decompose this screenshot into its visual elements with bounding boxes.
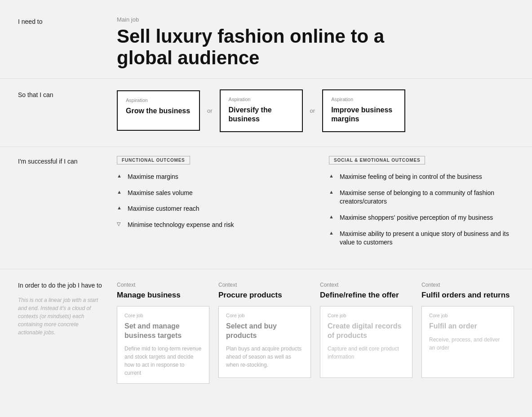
section-contexts: In order to do the job I have to This is… xyxy=(0,269,532,402)
contexts-content: Context Manage business Core job Set and… xyxy=(117,282,514,384)
context-title-3: Fulfil orders and returns xyxy=(421,291,514,300)
outcome-item-s0: ▲ Maximise feeling of being in control o… xyxy=(329,173,514,182)
page: I need to Main job Sell luxury fashion o… xyxy=(0,0,532,402)
aspiration-title-1: Diversify the business xyxy=(229,106,294,124)
core-job-desc-0: Define mid to long-term revenue and stoc… xyxy=(124,345,202,377)
in-order-label: In order to do the job I have to This is… xyxy=(18,282,117,337)
outcome-text-s2: Maximise shoppers' positive perception o… xyxy=(340,213,493,222)
aspiration-card-1[interactable]: Aspiration Diversify the business xyxy=(220,89,303,133)
context-label-1: Context xyxy=(218,282,311,288)
context-label-3: Context xyxy=(421,282,514,288)
context-col-2: Context Define/refine the offer Core job… xyxy=(320,282,412,384)
or-divider-2: or xyxy=(310,107,315,114)
outcome-icon-f0: ▲ xyxy=(117,173,123,178)
main-job-label: Main job xyxy=(117,16,514,23)
outcome-icon-s0: ▲ xyxy=(329,173,335,178)
so-that-label: So that I can xyxy=(18,89,117,98)
outcomes-content: FUNCTIONAL OUTCOMES ▲ Maximise margins ▲… xyxy=(117,156,514,254)
core-job-card-0[interactable]: Core job Set and manage business targets… xyxy=(117,306,209,384)
outcome-icon-f3: ▽ xyxy=(117,221,123,227)
outcome-item-f2: ▲ Maximise customer reach xyxy=(117,204,302,213)
core-job-card-1[interactable]: Core job Select and buy products Plan bu… xyxy=(218,306,311,378)
core-job-card-3[interactable]: Core job Fulfil an order Receive, proces… xyxy=(421,306,514,378)
successful-label: I'm successful if I can xyxy=(18,156,117,165)
core-job-title-1: Select and buy products xyxy=(226,322,303,341)
or-divider-1: or xyxy=(207,107,213,114)
functional-outcomes-col: FUNCTIONAL OUTCOMES ▲ Maximise margins ▲… xyxy=(117,156,302,236)
outcome-text-f0: Maximise margins xyxy=(128,173,178,182)
aspirations-content: Aspiration Grow the business or Aspirati… xyxy=(117,89,514,133)
outcome-text-f1: Maximise sales volume xyxy=(128,189,193,198)
outcome-icon-s1: ▲ xyxy=(329,189,335,195)
in-order-text: In order to do the job I have to xyxy=(18,282,102,289)
aspiration-card-2[interactable]: Aspiration Improve business margins xyxy=(322,89,405,133)
outcome-icon-s3: ▲ xyxy=(329,230,335,235)
context-col-3: Context Fulfil orders and returns Core j… xyxy=(421,282,514,384)
outcome-icon-f2: ▲ xyxy=(117,205,123,210)
functional-outcomes-list: ▲ Maximise margins ▲ Maximise sales volu… xyxy=(117,173,302,229)
section-main-job: I need to Main job Sell luxury fashion o… xyxy=(0,0,532,78)
context-label-0: Context xyxy=(117,282,209,288)
main-job-content: Main job Sell luxury fashion online to a… xyxy=(117,16,514,69)
context-col-0: Context Manage business Core job Set and… xyxy=(117,282,209,384)
aspiration-card-0[interactable]: Aspiration Grow the business xyxy=(117,90,200,131)
section-aspirations: So that I can Aspiration Grow the busine… xyxy=(0,79,532,147)
social-outcomes-header: SOCIAL & EMOTIONAL OUTCOMES xyxy=(329,156,425,164)
italic-note: This is not a linear job with a start an… xyxy=(18,296,99,337)
context-title-0: Manage business xyxy=(117,291,209,300)
outcome-text-f3: Minimise technology expense and risk xyxy=(128,221,234,230)
aspiration-label-0: Aspiration xyxy=(126,98,191,103)
core-job-desc-3: Receive, process, and deliver an order xyxy=(429,336,506,352)
core-job-desc-1: Plan buys and acquire products ahead of … xyxy=(226,345,303,369)
main-job-title: Sell luxury fashion online to a global a… xyxy=(117,26,386,69)
context-label-2: Context xyxy=(320,282,412,288)
aspiration-title-2: Improve business margins xyxy=(331,106,396,124)
core-job-label-2: Core job xyxy=(328,313,405,318)
outcome-item-s2: ▲ Maximise shoppers' positive perception… xyxy=(329,213,514,222)
outcome-item-f1: ▲ Maximise sales volume xyxy=(117,189,302,198)
aspiration-label-2: Aspiration xyxy=(331,97,396,102)
outcome-icon-s2: ▲ xyxy=(329,214,335,219)
social-outcomes-col: SOCIAL & EMOTIONAL OUTCOMES ▲ Maximise f… xyxy=(329,156,514,254)
core-job-title-2: Create digital records of products xyxy=(328,322,405,341)
context-title-1: Procure products xyxy=(218,291,311,300)
outcome-text-s3: Maximise ability to present a unique sto… xyxy=(340,230,514,247)
aspiration-label-1: Aspiration xyxy=(229,97,294,102)
core-job-label-0: Core job xyxy=(124,313,202,318)
aspirations-row: Aspiration Grow the business or Aspirati… xyxy=(117,89,514,133)
successful-text: I'm successful if I can xyxy=(18,158,78,165)
context-title-2: Define/refine the offer xyxy=(320,291,412,300)
outcome-item-f3: ▽ Minimise technology expense and risk xyxy=(117,221,302,230)
i-need-to-text: I need to xyxy=(18,18,43,25)
core-job-title-0: Set and manage business targets xyxy=(124,322,202,341)
outcome-item-s1: ▲ Maximise sense of belonging to a commu… xyxy=(329,189,514,206)
core-job-desc-2: Capture and edit core product informatio… xyxy=(328,345,405,361)
outcome-icon-f1: ▲ xyxy=(117,189,123,195)
outcome-text-f2: Maximise customer reach xyxy=(128,204,200,213)
outcome-text-s1: Maximise sense of belonging to a communi… xyxy=(340,189,514,206)
aspiration-title-0: Grow the business xyxy=(126,106,191,116)
functional-outcomes-header: FUNCTIONAL OUTCOMES xyxy=(117,156,190,164)
outcome-text-s0: Maximise feeling of being in control of … xyxy=(340,173,482,182)
i-need-to-label: I need to xyxy=(18,16,117,25)
social-outcomes-list: ▲ Maximise feeling of being in control o… xyxy=(329,173,514,247)
so-that-text: So that I can xyxy=(18,91,53,98)
core-job-label-1: Core job xyxy=(226,313,303,318)
context-col-1: Context Procure products Core job Select… xyxy=(218,282,311,384)
core-job-card-2[interactable]: Core job Create digital records of produ… xyxy=(320,306,412,378)
outcomes-columns: FUNCTIONAL OUTCOMES ▲ Maximise margins ▲… xyxy=(117,156,514,254)
outcome-item-f0: ▲ Maximise margins xyxy=(117,173,302,182)
section-outcomes: I'm successful if I can FUNCTIONAL OUTCO… xyxy=(0,147,532,269)
contexts-grid: Context Manage business Core job Set and… xyxy=(117,282,514,384)
core-job-title-3: Fulfil an order xyxy=(429,322,506,331)
core-job-label-3: Core job xyxy=(429,313,506,318)
outcome-item-s3: ▲ Maximise ability to present a unique s… xyxy=(329,230,514,247)
